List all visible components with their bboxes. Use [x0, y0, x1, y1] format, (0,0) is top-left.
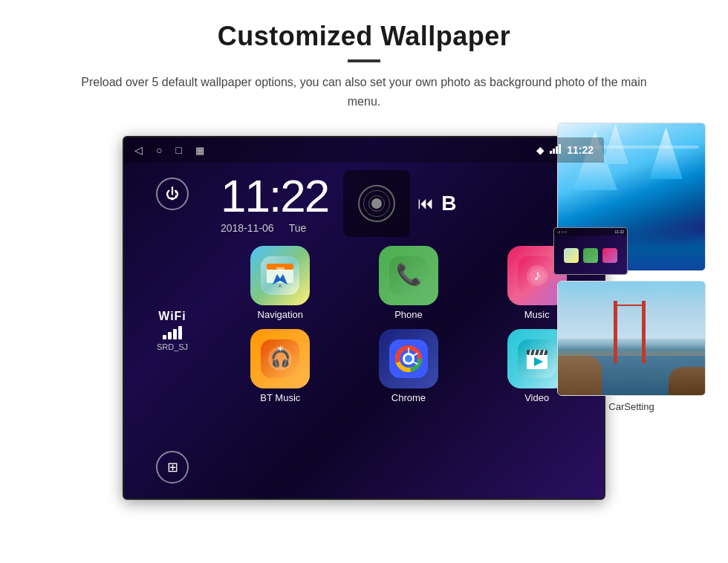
prev-track-icon[interactable]: ⏮: [417, 194, 434, 213]
svg-text:📞: 📞: [395, 262, 421, 287]
svg-text:280: 280: [276, 267, 285, 272]
app-grid: 280 A Navigation: [221, 246, 597, 411]
wallpaper-thumb-bridge[interactable]: [557, 281, 706, 396]
date-text: 2018-11-06: [221, 222, 274, 234]
navigation-svg: 280 A: [261, 256, 299, 295]
wifi-icon: [550, 144, 561, 156]
status-bar-nav: ◁ ○ □ ▦: [134, 144, 204, 156]
clock-info: 11:22 2018-11-06 Tue: [221, 173, 328, 234]
home-icon[interactable]: ○: [156, 144, 162, 156]
grid-icon: ⊞: [167, 459, 178, 475]
page-wrapper: Customized Wallpaper Preload over 5 defa…: [0, 0, 728, 563]
power-icon: ⏻: [166, 186, 179, 202]
svg-text:A: A: [279, 284, 282, 288]
phone-icon: 📞: [379, 246, 438, 305]
page-title: Customized Wallpaper: [45, 21, 683, 52]
svg-text:♪: ♪: [533, 267, 541, 283]
clock-area: 11:22 2018-11-06 Tue: [221, 170, 597, 237]
media-album-art: [358, 185, 395, 222]
header-description: Preload over 5 default wallpaper options…: [74, 73, 654, 111]
chrome-icon: [379, 329, 438, 388]
media-controls: ⏮ B: [343, 170, 456, 237]
location-icon: ◆: [536, 145, 544, 156]
clock-display: 11:22: [221, 173, 328, 219]
wifi-info: WiFi SRD_SJ: [157, 310, 188, 351]
app-chrome[interactable]: Chrome: [349, 329, 469, 403]
app-btmusic[interactable]: 🎧 ✶ BT Music: [221, 329, 340, 403]
day-text: Tue: [289, 222, 307, 234]
wifi-label: WiFi: [157, 310, 188, 323]
music-svg: ♪: [518, 256, 556, 295]
navigation-label: Navigation: [258, 309, 303, 320]
wifi-bars: [157, 326, 188, 339]
chrome-svg: [389, 339, 428, 378]
header-divider: [348, 59, 380, 62]
media-icon-box: [343, 170, 410, 237]
header: Customized Wallpaper Preload over 5 defa…: [0, 0, 728, 123]
android-main: 11:22 2018-11-06 Tue: [221, 163, 604, 498]
phone-svg: 📞: [389, 256, 428, 295]
btmusic-icon: 🎧 ✶: [250, 329, 310, 388]
screenshot-icon[interactable]: ▦: [195, 145, 204, 156]
power-button[interactable]: ⏻: [156, 178, 189, 210]
clock-date: 2018-11-06 Tue: [221, 222, 328, 234]
back-icon[interactable]: ◁: [134, 144, 143, 156]
app-navigation[interactable]: 280 A Navigation: [221, 246, 340, 320]
carsetting-label: CarSetting: [608, 401, 654, 412]
status-bar: ◁ ○ □ ▦ ◆ 11:22: [124, 137, 604, 163]
media-title: B: [441, 192, 456, 215]
wallpaper-thumbnails: ◁ ○ □ 11:22: [557, 279, 706, 412]
status-bar-indicators: ◆ 11:22: [536, 144, 594, 156]
status-time: 11:22: [567, 144, 594, 156]
android-screen: ◁ ○ □ ▦ ◆ 11:22: [123, 136, 605, 500]
btmusic-label: BT Music: [260, 392, 300, 403]
recents-icon[interactable]: □: [175, 144, 181, 156]
navigation-icon: 280 A: [250, 246, 310, 305]
android-content: ⏻ WiFi SRD_SJ ⊞: [124, 163, 604, 498]
main-content: ◁ ○ □ ▦ ◆ 11:22: [0, 123, 728, 563]
wifi-ssid: SRD_SJ: [157, 342, 188, 351]
svg-point-22: [405, 355, 412, 362]
app-phone[interactable]: 📞 Phone: [349, 246, 469, 320]
phone-label: Phone: [394, 309, 423, 320]
svg-text:✶: ✶: [277, 345, 284, 353]
video-label: Video: [524, 392, 549, 403]
music-label: Music: [524, 309, 550, 320]
btmusic-svg: 🎧 ✶: [261, 339, 299, 378]
all-apps-button[interactable]: ⊞: [156, 451, 189, 484]
carsetting-area: CarSetting: [557, 401, 706, 412]
video-svg: [518, 339, 556, 378]
chrome-label: Chrome: [391, 392, 426, 403]
left-sidebar: ⏻ WiFi SRD_SJ ⊞: [124, 163, 221, 498]
